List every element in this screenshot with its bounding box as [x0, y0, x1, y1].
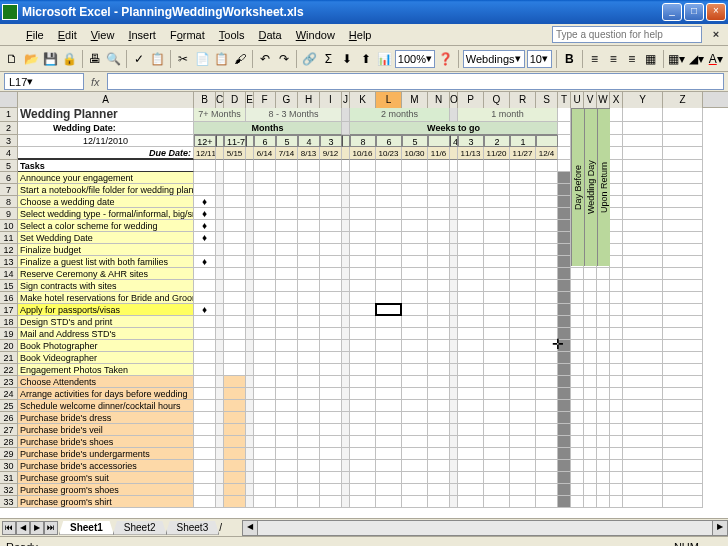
cell-L8[interactable]	[376, 196, 402, 208]
cell-X31[interactable]	[610, 472, 623, 484]
cell-S11[interactable]	[536, 232, 558, 244]
cell-O15[interactable]	[450, 280, 458, 292]
cell-L9[interactable]	[376, 208, 402, 220]
cell-K10[interactable]	[350, 220, 376, 232]
cell-M24[interactable]	[402, 388, 428, 400]
cell-T30[interactable]	[558, 460, 571, 472]
copy-icon[interactable]: 📄	[194, 49, 211, 69]
cell-C24[interactable]	[216, 388, 224, 400]
cell-E9[interactable]	[246, 208, 254, 220]
cell-X29[interactable]	[610, 448, 623, 460]
cell-E23[interactable]	[246, 376, 254, 388]
cell-D9[interactable]	[224, 208, 246, 220]
cell-K11[interactable]	[350, 232, 376, 244]
cell-X26[interactable]	[610, 412, 623, 424]
row-header-21[interactable]: 21	[0, 352, 17, 364]
cell-T7[interactable]	[558, 184, 571, 196]
cell-E29[interactable]	[246, 448, 254, 460]
cell-F24[interactable]	[254, 388, 276, 400]
cell-Q3[interactable]: 2	[484, 135, 510, 147]
col-header-W[interactable]: W	[597, 92, 610, 108]
cell-T12[interactable]	[558, 244, 571, 256]
cell-S8[interactable]	[536, 196, 558, 208]
cell-B10[interactable]: ♦	[194, 220, 216, 232]
cell-D28[interactable]	[224, 436, 246, 448]
cell-Z17[interactable]	[663, 304, 703, 316]
cell-L29[interactable]	[376, 448, 402, 460]
cell-K25[interactable]	[350, 400, 376, 412]
cell-H12[interactable]	[298, 244, 320, 256]
cell-V28[interactable]	[584, 436, 597, 448]
cell-C26[interactable]	[216, 412, 224, 424]
cell-B12[interactable]	[194, 244, 216, 256]
cell-I3[interactable]: 3	[320, 135, 342, 147]
cell-J22[interactable]	[342, 364, 350, 376]
cell-I4[interactable]: 9/12	[320, 147, 342, 160]
cell-A11[interactable]: Set Wedding Date	[18, 232, 194, 244]
cell-D11[interactable]	[224, 232, 246, 244]
row-header-7[interactable]: 7	[0, 184, 17, 196]
col-header-D[interactable]: D	[224, 92, 246, 108]
format-painter-icon[interactable]: 🖌	[232, 49, 249, 69]
cell-O3[interactable]: 4	[450, 135, 458, 147]
col-header-G[interactable]: G	[276, 92, 298, 108]
row-header-2[interactable]: 2	[0, 122, 17, 135]
cell-X4[interactable]	[610, 147, 623, 160]
menu-data[interactable]: Data	[252, 27, 287, 43]
cell-R10[interactable]	[510, 220, 536, 232]
cell-X23[interactable]	[610, 376, 623, 388]
cell-R11[interactable]	[510, 232, 536, 244]
cell-F25[interactable]	[254, 400, 276, 412]
cell-P19[interactable]	[458, 328, 484, 340]
cell-O25[interactable]	[450, 400, 458, 412]
cell-A24[interactable]: Arrange activities for days before weddi…	[18, 388, 194, 400]
cell-N13[interactable]	[428, 256, 450, 268]
cell-P9[interactable]	[458, 208, 484, 220]
cell-K1[interactable]: 2 months	[350, 108, 450, 122]
cell-B15[interactable]	[194, 280, 216, 292]
cell-Z24[interactable]	[663, 388, 703, 400]
cell-I32[interactable]	[320, 484, 342, 496]
cell-R5[interactable]	[510, 160, 536, 172]
cell-J27[interactable]	[342, 424, 350, 436]
cell-Z28[interactable]	[663, 436, 703, 448]
cell-O13[interactable]	[450, 256, 458, 268]
cell-K12[interactable]	[350, 244, 376, 256]
cell-M25[interactable]	[402, 400, 428, 412]
cell-F26[interactable]	[254, 412, 276, 424]
cell-Y31[interactable]	[623, 472, 663, 484]
cell-M30[interactable]	[402, 460, 428, 472]
cell-X12[interactable]	[610, 244, 623, 256]
cell-L25[interactable]	[376, 400, 402, 412]
col-header-Y[interactable]: Y	[623, 92, 663, 108]
menu-format[interactable]: Format	[164, 27, 211, 43]
cell-G15[interactable]	[276, 280, 298, 292]
cell-Q15[interactable]	[484, 280, 510, 292]
cell-P6[interactable]	[458, 172, 484, 184]
cell-N26[interactable]	[428, 412, 450, 424]
cell-H25[interactable]	[298, 400, 320, 412]
cell-Y13[interactable]	[623, 256, 663, 268]
cell-T33[interactable]	[558, 496, 571, 508]
cell-N12[interactable]	[428, 244, 450, 256]
cell-M23[interactable]	[402, 376, 428, 388]
cell-X25[interactable]	[610, 400, 623, 412]
cell-E33[interactable]	[246, 496, 254, 508]
cell-I24[interactable]	[320, 388, 342, 400]
cell-I9[interactable]	[320, 208, 342, 220]
cell-Y3[interactable]	[623, 135, 663, 147]
cell-K29[interactable]	[350, 448, 376, 460]
cell-A1[interactable]: Wedding Planner	[18, 108, 194, 122]
cell-T29[interactable]	[558, 448, 571, 460]
cell-A31[interactable]: Purchase groom's suit	[18, 472, 194, 484]
cell-Y26[interactable]	[623, 412, 663, 424]
hscroll-left[interactable]: ◀	[242, 520, 258, 536]
cell-F3[interactable]: 6	[254, 135, 276, 147]
menu-window[interactable]: Window	[290, 27, 341, 43]
cell-O14[interactable]	[450, 268, 458, 280]
cell-Q25[interactable]	[484, 400, 510, 412]
cell-N18[interactable]	[428, 316, 450, 328]
cell-R28[interactable]	[510, 436, 536, 448]
cell-F27[interactable]	[254, 424, 276, 436]
cell-V19[interactable]	[584, 328, 597, 340]
